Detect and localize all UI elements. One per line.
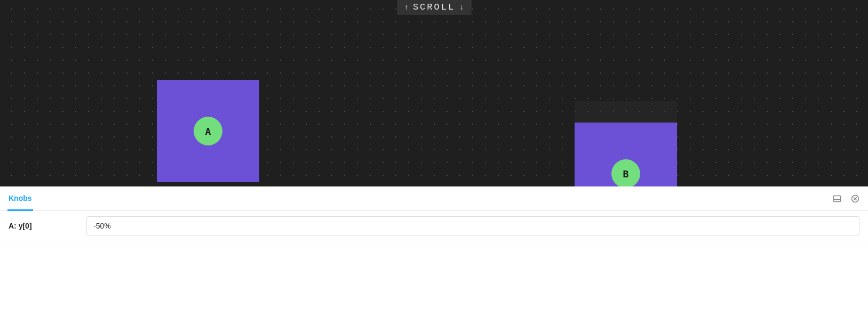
svg-rect-0 [834,196,841,201]
addon-panel: Knobs A: y[0] [0,186,868,309]
block-b-label: B [611,159,640,186]
block-b-ghost: B [575,101,677,186]
panel-tab-bar: Knobs [0,186,868,211]
arrow-down-icon: ↓ [459,3,464,12]
scroll-hint: ↑ SCROLL ↓ [396,0,471,15]
scroll-hint-text: SCROLL [413,2,455,12]
knob-row: A: y[0] [0,211,868,241]
arrow-up-icon: ↑ [404,3,408,12]
tab-knobs[interactable]: Knobs [7,187,33,211]
preview-canvas[interactable]: ↑ SCROLL ↓ A B [0,0,868,186]
close-icon[interactable] [850,193,861,204]
block-b[interactable]: B [575,123,677,186]
knob-input-a-y0[interactable] [86,216,859,235]
knob-label: A: y[0] [9,222,78,230]
panel-position-icon[interactable] [832,193,842,204]
block-a[interactable]: A [157,80,259,182]
block-a-label: A [194,117,222,145]
